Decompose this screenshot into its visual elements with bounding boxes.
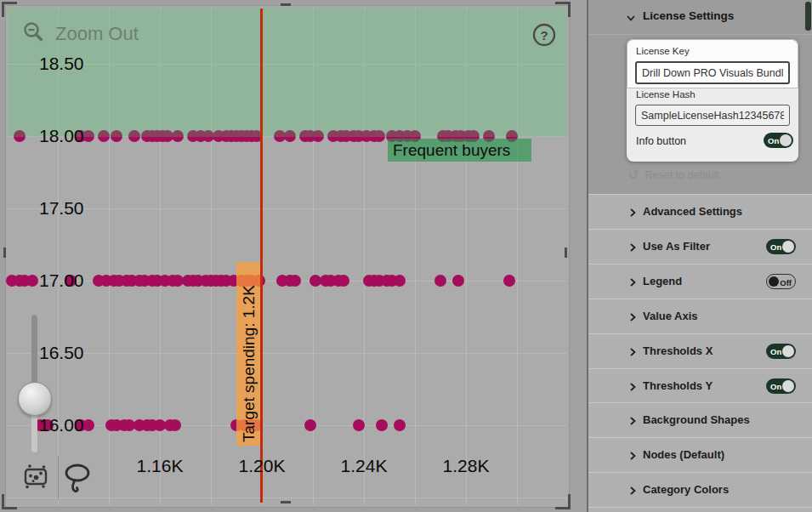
section-header-license-settings[interactable]: License Settings [643, 9, 734, 22]
undo-icon: ↺ [628, 168, 639, 182]
data-point[interactable] [169, 419, 181, 431]
section-row-use-as-filter[interactable]: Use As FilterOn [588, 229, 812, 264]
data-point[interactable] [289, 275, 301, 287]
resize-handle-bottom-right[interactable] [555, 494, 571, 509]
resize-handle-bottom[interactable] [281, 501, 291, 503]
section-label: Background Shapes [643, 413, 750, 426]
resize-handle-right[interactable] [565, 247, 567, 258]
section-label: Thresholds Y [643, 379, 713, 392]
license-key-label: License Key [636, 46, 690, 56]
toggle-knob [782, 241, 794, 253]
x-axis-tick-label: 1.20K [224, 456, 300, 476]
data-point[interactable] [353, 419, 365, 431]
section-row-value-axis[interactable]: Value Axis [588, 299, 812, 333]
section-row-category-colors[interactable]: Category Colors [588, 472, 812, 507]
toggle-on[interactable]: On [766, 239, 796, 254]
data-point[interactable] [394, 275, 406, 287]
chevron-right-icon[interactable] [627, 414, 638, 430]
zoom-out-button[interactable]: Zoom Out [55, 23, 139, 45]
license-hash-label: License Hash [636, 89, 696, 100]
section-row-thresholds-y[interactable]: Thresholds YOn [588, 368, 812, 402]
gridline-horizontal [7, 498, 567, 498]
help-icon[interactable]: ? [531, 22, 557, 48]
threshold-x-line [260, 9, 263, 503]
toggle-off[interactable]: Off [766, 274, 796, 289]
data-point[interactable] [26, 275, 38, 287]
scatter-view-icon[interactable] [22, 462, 49, 491]
section-label: Category Colors [643, 483, 729, 496]
chevron-right-icon[interactable] [627, 310, 638, 326]
x-axis-tick-label: 1.16K [122, 456, 198, 476]
info-button-toggle[interactable]: On [764, 133, 793, 148]
section-row-legend[interactable]: LegendOff [588, 264, 812, 299]
toggle-on[interactable]: On [766, 378, 796, 394]
data-point[interactable] [376, 419, 388, 431]
y-axis-tick-label: 16.00 [39, 415, 99, 435]
section-row-background-shapes[interactable]: Background Shapes [588, 402, 812, 437]
toggle-knob [782, 380, 794, 392]
chevron-down-icon[interactable] [626, 11, 636, 26]
toggle-state-text: On [768, 136, 779, 145]
toggle-knob [780, 134, 792, 146]
license-hash-input[interactable] [635, 105, 790, 126]
zoom-out-icon[interactable] [23, 21, 45, 43]
data-point[interactable] [304, 419, 316, 431]
x-axis-tick-label: 1.24K [326, 456, 402, 476]
resize-handle-left[interactable] [3, 247, 6, 258]
reset-to-default-button[interactable]: ↺Reset to default [628, 168, 719, 183]
data-point[interactable] [452, 275, 464, 287]
resize-handle-top[interactable] [281, 3, 291, 6]
chevron-right-icon[interactable] [627, 345, 638, 361]
threshold-x-label: Target spending: 1.2K [236, 262, 262, 446]
y-axis-tick-label: 17.50 [39, 198, 99, 219]
resize-handle-top-left[interactable] [2, 2, 17, 17]
toolbar-divider [58, 456, 59, 500]
section-divider [588, 507, 812, 508]
threshold-y-label: Frequent buyers [388, 139, 531, 162]
chevron-right-icon[interactable] [627, 206, 638, 221]
section-row-thresholds-x[interactable]: Thresholds XOn [588, 333, 812, 368]
toggle-knob [769, 276, 779, 287]
chevron-right-icon[interactable] [627, 276, 638, 291]
resize-handle-bottom-left[interactable] [2, 494, 17, 509]
license-key-input[interactable] [635, 61, 790, 84]
section-label: Legend [643, 275, 682, 287]
data-point[interactable] [503, 275, 515, 287]
toggle-state-text: Off [780, 278, 792, 287]
section-label: Advanced Settings [643, 205, 742, 218]
svg-text:?: ? [540, 28, 548, 43]
section-label: Thresholds X [643, 344, 713, 357]
data-point[interactable] [434, 275, 446, 287]
sections-list: Advanced SettingsUse As FilterOnLegendOf… [588, 194, 812, 512]
section-row-advanced-settings[interactable]: Advanced Settings [588, 194, 812, 229]
toggle-state-text: On [770, 382, 781, 391]
section-label: Use As Filter [643, 240, 710, 253]
chevron-right-icon[interactable] [627, 380, 638, 395]
x-axis-tick-label: 1.28K [428, 456, 504, 476]
zoom-slider-fill [31, 315, 37, 390]
info-button-label: Info button [636, 135, 686, 147]
toggle-state-text: On [770, 347, 781, 356]
toggle-knob [782, 345, 794, 357]
scrollbar-thumb[interactable] [805, 2, 811, 31]
chevron-right-icon[interactable] [627, 484, 638, 499]
header-divider [588, 34, 812, 35]
reset-to-default-label: Reset to default [645, 169, 720, 181]
chevron-right-icon[interactable] [627, 241, 638, 256]
toggle-state-text: On [770, 242, 781, 252]
y-axis-tick-label: 16.50 [39, 343, 99, 363]
data-point[interactable] [338, 275, 349, 287]
section-label: Nodes (Default) [643, 448, 724, 461]
chevron-right-icon[interactable] [627, 449, 638, 464]
y-axis-tick-label: 18.50 [39, 54, 99, 74]
section-row-nodes-default-[interactable]: Nodes (Default) [588, 437, 812, 472]
y-axis-tick-label: 18.00 [39, 126, 99, 146]
data-point[interactable] [394, 419, 406, 431]
resize-handle-top-right[interactable] [555, 2, 571, 17]
zoom-slider-knob[interactable] [18, 382, 52, 416]
toggle-on[interactable]: On [766, 344, 796, 359]
lasso-select-icon[interactable] [63, 462, 92, 496]
y-axis-tick-label: 17.00 [39, 270, 99, 291]
license-card: License Key License Hash Info button On [627, 39, 798, 162]
section-label: Value Axis [643, 310, 698, 322]
